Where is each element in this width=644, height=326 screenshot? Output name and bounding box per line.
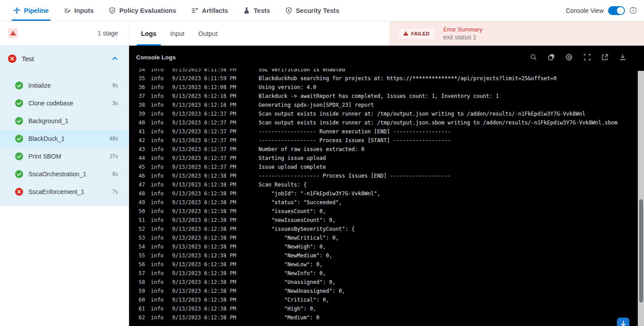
- nav-tab-pipeline[interactable]: Pipeline: [13, 0, 49, 21]
- top-navigation: Pipeline Inputs Policy Evaluations Artif…: [0, 0, 644, 21]
- log-timestamp: 9/13/2023 6:12:37 PM: [172, 137, 259, 144]
- toggle-knob: [617, 7, 624, 14]
- log-line-number: 51: [135, 217, 145, 223]
- nav-tab-label: Tests: [254, 7, 270, 14]
- nav-tab-security-tests[interactable]: Security Tests: [285, 0, 339, 21]
- log-row: 55info9/13/2023 6:12:38 PM "NewMedium": …: [129, 251, 644, 260]
- log-level: info: [151, 297, 167, 303]
- nav-tab-tests[interactable]: Tests: [243, 0, 270, 21]
- log-line-number: 37: [135, 93, 145, 99]
- log-message: ------------------- Process Issues [END]…: [259, 173, 451, 179]
- log-timestamp: 9/13/2023 6:12:37 PM: [172, 111, 259, 117]
- nav-tab-policy-evaluations[interactable]: Policy Evaluations: [109, 0, 176, 21]
- step-duration: 8s: [112, 171, 118, 177]
- log-timestamp: 9/13/2023 6:12:37 PM: [172, 120, 259, 126]
- log-message: "NewMedium": 0,: [259, 252, 332, 259]
- download-icon[interactable]: [619, 54, 626, 61]
- log-row: 58info9/13/2023 6:12:38 PM "Unassigned":…: [129, 278, 644, 287]
- log-level: info: [151, 306, 167, 312]
- nav-tab-label: Inputs: [75, 7, 94, 14]
- info-icon[interactable]: [629, 7, 637, 14]
- error-detail-text: exit status 1: [444, 34, 483, 41]
- log-timestamp: 9/13/2023 6:12:38 PM: [172, 252, 259, 259]
- tab-output[interactable]: Output: [198, 21, 218, 46]
- log-timestamp: 9/13/2023 6:12:38 PM: [172, 244, 259, 250]
- stage-header-test[interactable]: Test: [0, 46, 129, 71]
- step-item[interactable]: BlackDuck_148s: [0, 130, 129, 147]
- log-line-number: 42: [135, 137, 145, 144]
- log-timestamp: 9/13/2023 6:12:08 PM: [172, 84, 259, 90]
- log-line-number: 45: [135, 164, 145, 170]
- arrow-down-icon: [620, 321, 626, 326]
- console-scrollbar[interactable]: [638, 71, 644, 326]
- log-row: 46info9/13/2023 6:12:38 PM--------------…: [129, 171, 644, 180]
- step-item[interactable]: Initialize9s: [0, 77, 129, 94]
- nav-tab-inputs[interactable]: Inputs: [64, 0, 94, 21]
- step-success-icon: [15, 152, 23, 160]
- step-success-icon: [15, 117, 23, 125]
- fullscreen-icon[interactable]: [584, 54, 591, 61]
- stage-name: Test: [22, 55, 34, 62]
- log-message: Scan output exists inside runner at: /tm…: [259, 111, 585, 117]
- log-message: Scan Results: {: [259, 182, 306, 188]
- log-timestamp: 9/13/2023 6:12:38 PM: [172, 314, 259, 321]
- log-row: 41info9/13/2023 6:12:37 PM--------------…: [129, 127, 644, 136]
- copy-icon[interactable]: [548, 54, 555, 61]
- failed-warning-icon: [403, 31, 408, 36]
- console-header: Console Logs: [129, 46, 644, 69]
- log-level: info: [151, 217, 167, 223]
- nav-tab-label: Artifacts: [202, 7, 228, 14]
- log-timestamp: 9/13/2023 6:12:37 PM: [172, 155, 259, 161]
- step-item[interactable]: Clone codebase3s: [0, 94, 129, 112]
- step-item[interactable]: Background_1: [0, 112, 129, 130]
- log-row: 38info9/13/2023 6:12:16 PMGenerating spd…: [129, 101, 644, 109]
- inputs-icon: [64, 7, 71, 14]
- nav-tab-artifacts[interactable]: Artifacts: [191, 0, 228, 21]
- log-timestamp: 9/13/2023 6:12:38 PM: [172, 297, 259, 303]
- external-link-icon[interactable]: [601, 54, 609, 61]
- log-level: info: [151, 199, 167, 206]
- log-row: 54info9/13/2023 6:12:38 PM "NewHigh": 0,: [129, 242, 644, 251]
- log-message: "status": "Succeeded",: [259, 199, 342, 206]
- log-message: "Medium": 0: [259, 314, 319, 321]
- scrollbar-thumb[interactable]: [639, 199, 643, 303]
- console-log-list[interactable]: 34info9/13/2023 6:11:58 PMSSL verificati…: [129, 65, 644, 322]
- console-view-label: Console View: [566, 7, 604, 14]
- log-level: info: [151, 75, 167, 82]
- step-duration: 3s: [112, 100, 118, 106]
- search-icon[interactable]: [530, 54, 537, 61]
- log-level: info: [151, 190, 167, 197]
- step-item[interactable]: SscaEnforcement_17s: [0, 183, 129, 201]
- log-message: Blackduck -> awaitReport has completed, …: [259, 93, 499, 99]
- step-name: Background_1: [28, 117, 68, 124]
- log-message: ------------------ Runner execution [END…: [259, 128, 451, 135]
- chevron-up-icon[interactable]: [112, 55, 118, 62]
- log-row: 59info9/13/2023 6:12:38 PM "NewUnassigne…: [129, 287, 644, 295]
- log-timestamp: 9/13/2023 6:12:38 PM: [172, 288, 259, 294]
- console-toolbar: [530, 54, 626, 61]
- step-name: Print SBOM: [28, 153, 61, 160]
- log-line-number: 41: [135, 128, 145, 135]
- log-level: info: [151, 288, 167, 294]
- console-view-toggle[interactable]: [608, 6, 625, 15]
- tab-input[interactable]: Input: [170, 21, 185, 46]
- log-message: "NewLow": 0,: [259, 261, 323, 268]
- log-row: 60info9/13/2023 6:12:38 PM "Critical": 0…: [129, 295, 644, 304]
- log-row: 49info9/13/2023 6:12:38 PM "status": "Su…: [129, 198, 644, 207]
- log-level: info: [151, 182, 167, 188]
- log-timestamp: 9/13/2023 6:12:37 PM: [172, 128, 259, 135]
- scroll-to-bottom-button[interactable]: [617, 318, 629, 326]
- nav-right-controls: Console View: [566, 0, 644, 21]
- log-message: "High": 0,: [259, 306, 316, 312]
- log-line-number: 54: [135, 244, 145, 250]
- step-duration: 27s: [110, 153, 118, 159]
- log-level: info: [151, 128, 167, 135]
- settings-icon[interactable]: [565, 54, 573, 61]
- log-level: info: [151, 314, 167, 321]
- step-item[interactable]: SscaOrchestration_18s: [0, 165, 129, 183]
- log-level: info: [151, 111, 167, 117]
- pipeline-warning-icon: [8, 28, 18, 38]
- execution-sidebar: 1 stage Test Initialize9sClone codebase3…: [0, 21, 129, 326]
- tab-logs[interactable]: Logs: [141, 21, 157, 46]
- step-item[interactable]: Print SBOM27s: [0, 147, 129, 165]
